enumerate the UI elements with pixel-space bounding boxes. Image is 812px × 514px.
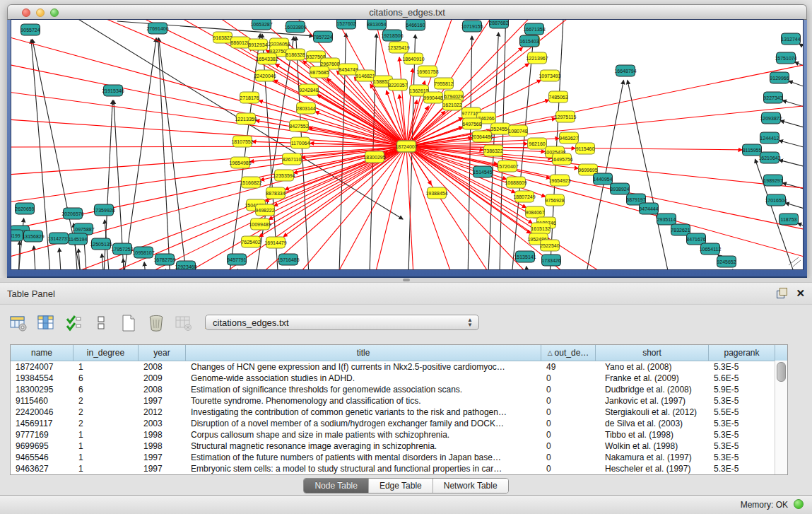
- graph-node[interactable]: 15751074: [775, 52, 796, 64]
- graph-node[interactable]: 8912934: [248, 39, 267, 50]
- graph-node[interactable]: 1244412: [760, 132, 779, 144]
- graph-node[interactable]: 10654112: [700, 243, 722, 255]
- tab-node-table[interactable]: Node Table: [304, 479, 369, 493]
- graph-node[interactable]: 1621022: [442, 99, 461, 110]
- graph-node[interactable]: 8220357: [388, 79, 407, 90]
- graph-node[interactable]: 7386322: [483, 145, 502, 156]
- graph-node[interactable]: 1615132: [531, 223, 550, 234]
- graph-node[interactable]: 7857224: [313, 31, 332, 42]
- graph-node[interactable]: 1615403: [519, 35, 539, 47]
- graph-node[interactable]: 16782759: [153, 254, 175, 265]
- graph-node[interactable]: 6466160: [406, 20, 425, 30]
- graph-node[interactable]: 19218506: [381, 30, 403, 41]
- graph-node[interactable]: 962160: [528, 138, 547, 149]
- graph-node[interactable]: 9457791: [227, 254, 246, 265]
- graph-node[interactable]: 8115955: [743, 144, 762, 156]
- graph-node[interactable]: 16033809: [284, 21, 306, 33]
- graph-node[interactable]: 15135141: [514, 251, 536, 262]
- graph-node[interactable]: 1527602: [336, 20, 355, 29]
- graph-node[interactable]: 9055724: [20, 24, 40, 35]
- graph-node[interactable]: 8186328: [286, 49, 305, 60]
- table-selector-dropdown[interactable]: citations_edges.txt ▲▼: [205, 315, 479, 330]
- graph-node[interactable]: 8860128: [230, 37, 249, 48]
- graph-node[interactable]: 2522540: [540, 240, 559, 251]
- graph-node[interactable]: 13156829: [22, 230, 44, 242]
- graph-node[interactable]: 1145194: [69, 233, 88, 245]
- graph-node[interactable]: 10688609: [505, 177, 526, 188]
- network-canvas[interactable]: 9163822 8860128 8912934 23226058 9327505…: [11, 20, 803, 269]
- table-row[interactable]: 969969511998Structural magnetic resonanc…: [11, 440, 787, 452]
- graph-node[interactable]: 16495756: [551, 153, 572, 165]
- new-table-icon[interactable]: [119, 313, 139, 333]
- graph-node[interactable]: 1989297: [763, 175, 782, 186]
- graph-node[interactable]: 15720407: [496, 160, 518, 172]
- table-row[interactable]: 1830029562008Estimation of significance …: [11, 384, 787, 395]
- graph-node[interactable]: 12093872: [760, 112, 782, 124]
- graph-node[interactable]: 8813054: [367, 20, 386, 30]
- table-row[interactable]: 911546021997Tourette syndrome. Phenomeno…: [11, 395, 787, 407]
- table-row[interactable]: 946554611997Estimation of the future num…: [11, 452, 787, 463]
- graph-node[interactable]: 1733426: [541, 255, 560, 266]
- graph-node[interactable]: 20364486: [471, 131, 493, 142]
- graph-node[interactable]: 17359928: [93, 204, 114, 216]
- graph-node[interactable]: 9129966: [770, 72, 789, 83]
- graph-node[interactable]: 12325419: [387, 42, 409, 53]
- graph-node[interactable]: 10719155: [461, 21, 483, 32]
- graph-node[interactable]: 2718176: [240, 92, 259, 103]
- graph-node[interactable]: 22420046: [254, 70, 276, 81]
- table-row[interactable]: 946362711997Embryonic stem cells: a mode…: [11, 463, 787, 474]
- graph-node[interactable]: 12213967: [526, 52, 548, 64]
- graph-node[interactable]: 1170064: [291, 137, 310, 148]
- graph-node[interactable]: 16671358: [523, 23, 545, 35]
- graph-node[interactable]: 18724007: [395, 141, 417, 152]
- column-header-pagerank[interactable]: pagerank: [709, 345, 775, 361]
- column-header-title[interactable]: title: [186, 345, 541, 361]
- graph-node[interactable]: 15166822: [240, 177, 261, 188]
- graph-node[interactable]: 9463627: [559, 132, 578, 144]
- graph-node[interactable]: 9163822: [213, 32, 232, 43]
- table-row[interactable]: 977716911998Corpus callosum shape and si…: [11, 429, 787, 440]
- graph-node[interactable]: 20206576: [61, 208, 83, 219]
- graph-node[interactable]: 1514545: [473, 166, 492, 177]
- graph-node[interactable]: 12505135: [90, 238, 112, 250]
- graph-node[interactable]: 18807249: [513, 191, 535, 202]
- float-panel-icon[interactable]: [777, 288, 787, 298]
- graph-node[interactable]: 12213359: [235, 113, 257, 124]
- graph-node[interactable]: 16210643: [758, 152, 780, 163]
- graph-node[interactable]: 9990448: [423, 92, 442, 103]
- graph-node[interactable]: 19654985: [229, 157, 251, 168]
- graph-node[interactable]: 10958107: [132, 247, 154, 258]
- graph-node[interactable]: 16543382: [256, 53, 278, 64]
- graph-node[interactable]: 9115460: [576, 143, 595, 154]
- graph-node[interactable]: 8267110: [283, 153, 302, 165]
- graph-node[interactable]: 2803144: [296, 103, 315, 114]
- graph-node[interactable]: 1440954: [593, 173, 612, 185]
- graph-node[interactable]: 12975115: [555, 111, 577, 122]
- graph-node[interactable]: 27691406: [146, 23, 168, 34]
- network-window-titlebar[interactable]: citations_edges.txt: [7, 4, 807, 20]
- graph-node[interactable]: 33199: [11, 230, 23, 241]
- graph-node[interactable]: 10099489: [249, 218, 271, 230]
- graph-node[interactable]: 9245652: [717, 256, 736, 267]
- graph-node[interactable]: 17957253: [111, 243, 133, 255]
- scrollbar-thumb[interactable]: [777, 362, 786, 382]
- table-row[interactable]: 1872400712008Changes of HCN gene express…: [11, 361, 787, 373]
- graph-node[interactable]: 7625402: [241, 236, 260, 247]
- graph-node[interactable]: 6497568: [462, 118, 481, 129]
- column-header-indegree[interactable]: in_degree: [73, 345, 139, 361]
- graph-node[interactable]: 19654923: [548, 175, 570, 186]
- graph-node[interactable]: 16648794: [614, 65, 636, 76]
- table-vertical-scrollbar[interactable]: [775, 361, 787, 474]
- graph-node[interactable]: 18300295: [363, 151, 385, 163]
- graph-node[interactable]: 15716485: [277, 254, 299, 265]
- tab-edge-table[interactable]: Edge Table: [369, 479, 433, 493]
- graph-node[interactable]: 1312744: [781, 33, 800, 45]
- delete-icon[interactable]: [146, 313, 166, 333]
- graph-node[interactable]: 9227343: [763, 92, 782, 103]
- graph-node[interactable]: 16961758: [416, 66, 438, 77]
- select-columns-icon[interactable]: [64, 313, 83, 333]
- table-options-icon[interactable]: [8, 313, 28, 333]
- graph-node[interactable]: 8938924: [610, 183, 629, 194]
- graph-node[interactable]: 2887682: [489, 20, 508, 28]
- graph-node[interactable]: 18107552: [231, 136, 253, 147]
